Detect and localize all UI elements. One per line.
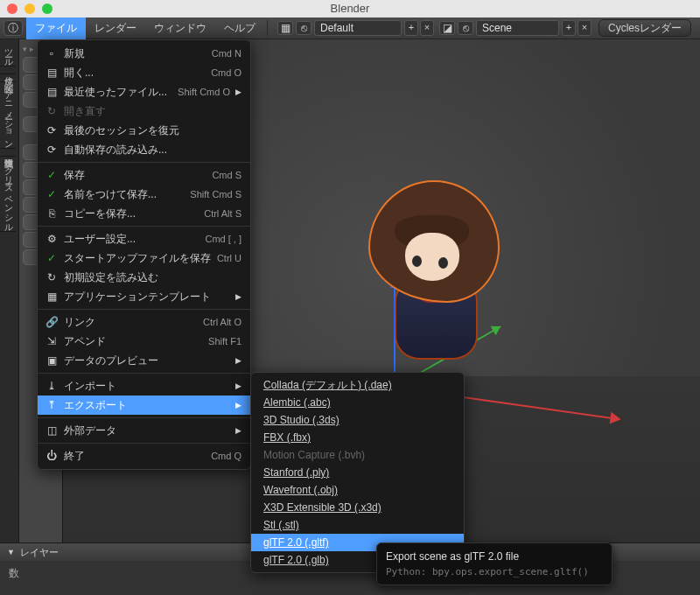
- close-window-button[interactable]: [7, 4, 18, 14]
- file-user-prefs[interactable]: ⚙ ユーザー設定... Cmd [ , ]: [38, 229, 250, 248]
- file-save[interactable]: ✓ 保存 Cmd S: [38, 165, 250, 185]
- menu-separator: [38, 443, 250, 444]
- export-bvh: Motion Capture (.bvh): [251, 446, 464, 464]
- menu-item-label: 最後のセッションを復元: [64, 123, 242, 138]
- power-icon: ⏻: [45, 450, 59, 462]
- file-load-factory[interactable]: ↻ 初期設定を読み込む: [38, 268, 250, 287]
- disclosure-triangle-icon[interactable]: ▼: [7, 548, 15, 556]
- tooltip-title: Export scene as glTF 2.0 file: [386, 550, 603, 563]
- menu-item-shortcut: Ctrl U: [217, 253, 242, 263]
- scene-link-icon: ⎋: [458, 21, 473, 35]
- export-collada[interactable]: Collada (デフォルト) (.dae): [251, 376, 464, 394]
- export-fbx[interactable]: FBX (.fbx): [251, 429, 464, 446]
- file-recover-last[interactable]: ⟳ 最後のセッションを復元: [38, 121, 250, 140]
- menu-item-label: スタートアップファイルを保存: [64, 251, 217, 266]
- export-alembic[interactable]: Alembic (.abc): [251, 394, 464, 411]
- file-link[interactable]: 🔗 リンク Ctrl Alt O: [38, 312, 250, 332]
- menu-item-shortcut: Shift Cmd S: [190, 189, 242, 200]
- reload-icon: ↻: [45, 271, 59, 284]
- file-revert: ↻ 開き直す: [38, 102, 250, 121]
- toolshelf-tabs: ツール 作成 関係 アニメーション 物理演算 グリースペンシル: [0, 39, 19, 595]
- export-x3d[interactable]: X3D Extensible 3D (.x3d): [251, 499, 464, 516]
- file-export[interactable]: ⤒ エクスポート ▶: [38, 396, 250, 415]
- file-external-data[interactable]: ◫ 外部データ ▶: [38, 421, 250, 440]
- render-engine-selector[interactable]: Cyclesレンダー: [598, 19, 691, 37]
- menu-separator: [38, 417, 250, 418]
- menu-item-label: Alembic (.abc): [263, 396, 331, 409]
- export-icon: ⤒: [45, 399, 59, 411]
- check-icon: ✓: [45, 188, 59, 200]
- recover-icon: ⟳: [45, 144, 59, 156]
- menu-item-shortcut: Ctrl Alt S: [204, 208, 242, 219]
- menu-item-label: 初期設定を読み込む: [64, 270, 242, 285]
- menu-separator: [38, 309, 250, 310]
- menu-item-label: FBX (.fbx): [263, 431, 311, 444]
- menu-help[interactable]: ヘルプ: [215, 18, 264, 39]
- layout-delete-button[interactable]: ×: [420, 20, 434, 36]
- menu-item-label: 最近使ったファイル...: [64, 85, 178, 100]
- file-menu-dropdown: ▫ 新規 Cmd N ▤ 開く... Cmd O ▤ 最近使ったファイル... …: [37, 39, 251, 470]
- info-editor-icon[interactable]: ⓘ: [4, 20, 23, 36]
- mesh-object-character[interactable]: [368, 180, 500, 382]
- menu-item-shortcut: Ctrl Alt O: [203, 317, 242, 327]
- file-import[interactable]: ⤓ インポート ▶: [38, 376, 250, 396]
- menu-file[interactable]: ファイル: [26, 18, 86, 39]
- folder-icon: ▤: [45, 86, 59, 98]
- file-open-recent[interactable]: ▤ 最近使ったファイル... Shift Cmd O ▶: [38, 82, 250, 102]
- submenu-arrow-icon: ▶: [235, 356, 242, 365]
- scene-name-field[interactable]: Scene: [476, 20, 559, 36]
- reload-icon: ↻: [45, 105, 59, 117]
- layout-add-button[interactable]: +: [404, 20, 418, 36]
- preview-icon: ▣: [45, 354, 59, 367]
- export-stl[interactable]: Stl (.stl): [251, 516, 464, 534]
- file-recover-auto[interactable]: ⟳ 自動保存の読み込み...: [38, 140, 250, 159]
- menu-item-label: リンク: [64, 315, 203, 330]
- menu-item-label: Stl (.stl): [263, 519, 299, 531]
- scene-delete-button[interactable]: ×: [578, 20, 592, 36]
- menu-item-label: 保存: [64, 168, 212, 183]
- menu-item-shortcut: Cmd [ , ]: [205, 234, 242, 244]
- scene-add-button[interactable]: +: [562, 20, 576, 36]
- file-quit[interactable]: ⏻ 終了 Cmd Q: [38, 446, 250, 466]
- minimize-window-button[interactable]: [24, 4, 35, 14]
- menu-item-label: コピーを保存...: [64, 206, 204, 221]
- menu-separator: [38, 162, 250, 163]
- toolshelf-tab-tools[interactable]: ツール: [0, 39, 16, 66]
- zoom-window-button[interactable]: [42, 4, 52, 14]
- export-3ds[interactable]: 3D Studio (.3ds): [251, 411, 464, 429]
- copy-icon: ⎘: [45, 207, 59, 220]
- screen-layout-selector[interactable]: ▦ ⎋ Default + ×: [277, 20, 434, 36]
- menu-window[interactable]: ウィンドウ: [145, 18, 215, 39]
- file-save-copy[interactable]: ⎘ コピーを保存... Ctrl Alt S: [38, 204, 250, 223]
- link-icon: 🔗: [45, 316, 59, 328]
- toolshelf-tab-physics[interactable]: 物理演算: [0, 149, 16, 157]
- menu-item-label: Stanford (.ply): [263, 466, 329, 479]
- export-obj[interactable]: Wavefront (.obj): [251, 481, 464, 499]
- submenu-arrow-icon: ▶: [235, 382, 242, 390]
- menu-item-label: Collada (デフォルト) (.dae): [263, 379, 392, 391]
- package-icon: ◫: [45, 424, 59, 437]
- layout-name-field[interactable]: Default: [314, 20, 402, 36]
- menu-item-label: 3D Studio (.3ds): [263, 414, 340, 426]
- toolshelf-tab-gpencil[interactable]: グリースペンシル: [0, 157, 16, 232]
- menu-item-label: アプリケーションテンプレート: [64, 290, 230, 304]
- file-app-templates[interactable]: ▦ アプリケーションテンプレート ▶: [38, 287, 250, 306]
- file-append[interactable]: ⇲ アペンド Shift F1: [38, 332, 250, 351]
- export-ply[interactable]: Stanford (.ply): [251, 464, 464, 481]
- layout-grid-icon: ▦: [277, 21, 293, 35]
- toolshelf-tab-relations[interactable]: 関係: [0, 74, 16, 82]
- file-save-as[interactable]: ✓ 名前をつけて保存... Shift Cmd S: [38, 185, 250, 204]
- main-menubar: ⓘ ファイル レンダー ウィンドウ ヘルプ ▦ ⎋ Default + × ◪ …: [0, 18, 700, 39]
- file-data-preview[interactable]: ▣ データのプレビュー ▶: [38, 351, 250, 370]
- window-title: Blender: [331, 2, 370, 15]
- scene-selector[interactable]: ◪ ⎋ Scene + ×: [439, 20, 592, 36]
- toolshelf-tab-create[interactable]: 作成: [0, 66, 16, 74]
- file-new[interactable]: ▫ 新規 Cmd N: [38, 44, 250, 63]
- folder-icon: ▤: [45, 66, 59, 79]
- file-open[interactable]: ▤ 開く... Cmd O: [38, 63, 250, 82]
- toolshelf-tab-animation[interactable]: アニメーション: [0, 82, 16, 149]
- file-save-startup[interactable]: ✓ スタートアップファイルを保存 Ctrl U: [38, 248, 250, 268]
- menu-item-label: 新規: [64, 46, 212, 61]
- menu-item-label: 自動保存の読み込み...: [64, 143, 242, 158]
- menu-render[interactable]: レンダー: [86, 18, 145, 39]
